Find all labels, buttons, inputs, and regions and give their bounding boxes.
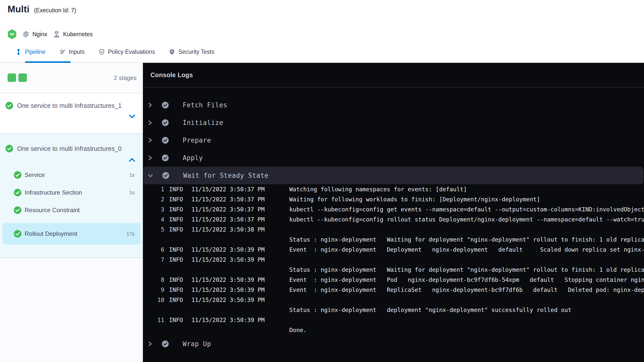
section-name: Fetch Files — [183, 101, 227, 109]
success-check-icon — [162, 172, 170, 179]
log-line-number: 7 — [143, 256, 164, 263]
log-lines: 1 INFO 11/15/2022 3:50:37 PM Watching fo… — [143, 184, 644, 335]
log-level: INFO — [169, 277, 191, 283]
stage-status-squares[interactable] — [8, 73, 27, 82]
tab-pipeline-label: Pipeline — [25, 49, 46, 55]
step-row[interactable]: Infrastructure Section 1s — [0, 184, 143, 201]
tag-row: ∞ Nginx Kubernetes — [8, 29, 93, 39]
step-row[interactable]: Service 1s — [0, 166, 143, 184]
tab-policy-evaluations-label: Policy Evaluations — [108, 49, 155, 55]
log-timestamp: 11/15/2022 3:50:37 PM — [191, 206, 289, 213]
log-level: INFO — [169, 206, 191, 213]
log-level: INFO — [169, 246, 191, 253]
log-line: 9 INFO 11/15/2022 3:50:39 PM Event : ngi… — [143, 285, 644, 295]
log-timestamp: 11/15/2022 3:50:39 PM — [191, 277, 289, 283]
console-body: Fetch Files Initialize Prepare Apply Wai… — [143, 87, 644, 353]
log-message: Event : nginx-deployment ReplicaSet ngin… — [289, 287, 644, 293]
log-timestamp: 11/15/2022 3:50:39 PM — [191, 287, 289, 293]
stage-group-collapsed: One service to multi Infrastructures_1 — [0, 93, 143, 134]
log-section-wait-for-steady-state[interactable]: Wait for Steady State — [143, 167, 643, 184]
shield-scan-icon — [169, 49, 175, 55]
log-line: 3 INFO 11/15/2022 3:50:37 PM kubectl --k… — [143, 204, 644, 214]
service-tag[interactable]: Nginx — [22, 30, 47, 38]
success-check-icon — [14, 171, 21, 179]
step-label: Infrastructure Section — [25, 189, 129, 196]
step-duration: 1s — [129, 190, 135, 196]
stages-summary: 2 stages — [0, 63, 143, 93]
service-tag-label: Nginx — [32, 31, 47, 38]
log-line-number: 11 — [143, 317, 164, 323]
step-duration: 1s — [129, 172, 135, 178]
step-label: Service — [25, 171, 129, 178]
pipeline-icon — [15, 49, 22, 55]
chevron-right-icon[interactable] — [147, 102, 153, 108]
success-check-icon — [6, 145, 13, 152]
log-line-number: 5 — [143, 226, 164, 233]
step-row[interactable]: Rollout Deployment 17s — [3, 223, 140, 245]
log-timestamp: 11/15/2022 3:50:39 PM — [191, 317, 289, 323]
section-name: Wait for Steady State — [183, 172, 268, 179]
stage-square[interactable] — [18, 73, 27, 82]
log-level: INFO — [169, 256, 191, 263]
page-title: Multi — [8, 4, 29, 15]
log-message: Done. — [289, 327, 644, 333]
chevron-right-icon[interactable] — [147, 341, 153, 347]
console-logs-panel: Console Logs Fetch Files Initialize Prep… — [143, 63, 644, 362]
log-timestamp: 11/15/2022 3:50:38 PM — [191, 226, 289, 233]
service-hexagon-icon: ∞ — [8, 29, 17, 39]
chevron-down-icon[interactable] — [148, 173, 153, 178]
log-line: 7 INFO 11/15/2022 3:50:39 PM — [143, 255, 644, 265]
log-section-wrap-up[interactable]: Wrap Up — [143, 335, 644, 353]
log-section-fetch-files[interactable]: Fetch Files — [143, 96, 644, 114]
log-timestamp: 11/15/2022 3:50:37 PM — [191, 216, 289, 223]
infrastructure-tag-label: Kubernetes — [63, 31, 93, 38]
log-line: 5 INFO 11/15/2022 3:50:38 PM — [143, 224, 644, 235]
success-check-icon — [14, 206, 21, 214]
log-section-prepare[interactable]: Prepare — [143, 131, 644, 149]
log-line: 8 INFO 11/15/2022 3:50:39 PM Event : ngi… — [143, 275, 644, 285]
log-line-number: 9 — [143, 287, 164, 293]
log-level: INFO — [169, 297, 191, 303]
infrastructure-tag[interactable]: Kubernetes — [53, 30, 93, 38]
log-message: Status : nginx-deployment Waiting for de… — [289, 266, 644, 273]
execution-id-label: (Execution Id: 7) — [34, 7, 76, 14]
stage-header[interactable]: One service to multi Infrastructures_1 — [0, 93, 143, 111]
log-message: Event : nginx-deployment Deployment ngin… — [289, 246, 644, 253]
tab-policy-evaluations[interactable]: Policy Evaluations — [98, 41, 155, 62]
chevron-right-icon[interactable] — [147, 155, 153, 161]
chevron-up-icon[interactable] — [129, 155, 135, 159]
log-line: Status : nginx-deployment deployment "ng… — [143, 305, 644, 315]
log-timestamp: 11/15/2022 3:50:37 PM — [191, 186, 289, 193]
log-message: kubectl --kubeconfig=config rollout stat… — [289, 216, 644, 223]
log-line-number: 2 — [143, 196, 164, 203]
log-message: Status : nginx-deployment Waiting for de… — [289, 236, 644, 243]
tab-inputs[interactable]: Inputs — [59, 41, 85, 62]
section-name: Apply — [183, 154, 203, 162]
tab-inputs-label: Inputs — [69, 49, 85, 55]
log-level: INFO — [169, 196, 191, 203]
step-label: Rollout Deployment — [25, 230, 127, 237]
success-check-icon — [162, 101, 169, 109]
log-line-number: 3 — [143, 206, 164, 213]
execution-stages-sidebar: 2 stages One service to multi Infrastruc… — [0, 63, 143, 362]
step-row[interactable]: Resource Constraint — [0, 201, 143, 219]
log-message: kubectl --kubeconfig=config get events -… — [289, 206, 644, 213]
chevron-right-icon[interactable] — [147, 120, 153, 125]
log-level: INFO — [169, 317, 191, 323]
log-level: INFO — [169, 287, 191, 293]
tab-pipeline[interactable]: Pipeline — [15, 41, 46, 62]
chevron-down-icon[interactable] — [129, 111, 135, 115]
chevron-right-icon[interactable] — [147, 138, 153, 143]
stage-count-label: 2 stages — [114, 74, 137, 81]
log-section-apply[interactable]: Apply — [143, 149, 644, 167]
success-check-icon — [162, 154, 169, 162]
tab-security-tests[interactable]: Security Tests — [169, 41, 214, 62]
stage-square[interactable] — [8, 73, 16, 82]
log-section-initialize[interactable]: Initialize — [143, 114, 644, 131]
gear-icon — [22, 30, 30, 38]
success-check-icon — [6, 102, 13, 109]
section-name: Prepare — [183, 137, 211, 144]
stage-header[interactable]: One service to multi Infrastructures_0 — [0, 134, 143, 154]
log-timestamp: 11/15/2022 3:50:39 PM — [191, 256, 289, 263]
success-check-icon — [162, 137, 169, 144]
